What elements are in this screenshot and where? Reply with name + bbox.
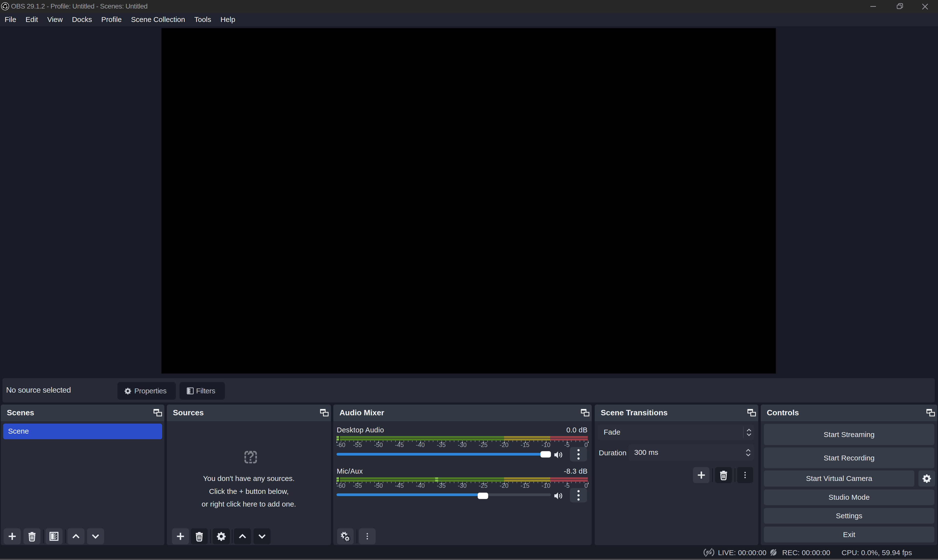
svg-text:?: ? <box>247 450 255 463</box>
